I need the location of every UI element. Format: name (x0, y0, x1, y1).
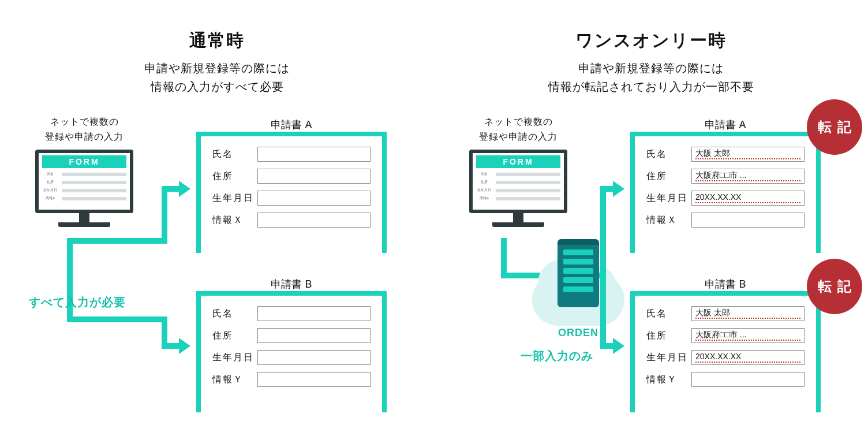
monitor-caption-l2: 登録や申請の入力 (479, 132, 558, 141)
field-label: 氏名 (646, 308, 691, 320)
field-label: 情報Ｙ (212, 374, 257, 386)
field-label: 生年月日 (646, 192, 691, 204)
form-a-title: 申請書 A (635, 118, 816, 132)
sub-line2: 情報が転記されており入力が一部不要 (548, 80, 754, 93)
field-input[interactable] (257, 372, 371, 387)
field-value: 20XX.XX.XX (695, 352, 800, 360)
field-input[interactable] (257, 350, 371, 365)
flow-line (162, 343, 180, 349)
field-label: 住所 (212, 330, 257, 342)
monitor-caption-l1: ネットで複数の (484, 117, 553, 126)
field-label: 氏名 (646, 148, 691, 161)
field-label: 住所 (646, 170, 691, 183)
server-label: ORDEN (532, 327, 624, 339)
field-input[interactable]: 20XX.XX.XX (691, 191, 805, 206)
monitor-caption: ネットで複数の 登録や申請の入力 (455, 114, 582, 144)
field-input[interactable]: 大阪府□□市 ... (691, 169, 805, 184)
monitor-caption-l1: ネットで複数の (50, 117, 119, 126)
form-a-title: 申請書 A (201, 118, 382, 132)
flow-line (600, 186, 606, 278)
subheading-onceonly: 申請や新規登録等の際には 情報が転記されており入力が一部不要 (434, 59, 868, 96)
field-input[interactable]: 大阪 太郎 (691, 147, 805, 162)
mini-label: 生年月日 (42, 188, 58, 193)
field-input[interactable]: 大阪府□□市 ... (691, 328, 805, 343)
field-value: 大阪 太郎 (695, 149, 800, 157)
mini-label: 氏名 (42, 172, 58, 177)
field-input[interactable] (257, 306, 371, 321)
panel-onceonly: ワンスオンリー時 申請や新規登録等の際には 情報が転記されており入力が一部不要 … (434, 0, 868, 432)
field-input[interactable] (257, 191, 371, 206)
field-input[interactable] (257, 169, 371, 184)
form-a-right: 申請書 A 氏名大阪 太郎 住所大阪府□□市 ... 生年月日20XX.XX.X… (630, 132, 821, 253)
mini-label: 住所 (42, 180, 58, 185)
badge-transcribe-b: 転記 (807, 259, 862, 314)
field-value: 20XX.XX.XX (695, 193, 800, 201)
field-label: 住所 (646, 330, 691, 342)
field-input[interactable] (691, 372, 805, 387)
field-value: 大阪府□□市 ... (695, 330, 800, 338)
field-label: 情報Ｘ (646, 214, 691, 226)
panel-normal: 通常時 申請や新規登録等の際には 情報の入力がすべて必要 ネットで複数の 登録や… (0, 0, 434, 432)
monitor-block-left: ネットで複数の 登録や申請の入力 FORM 氏名 住所 生年月日 情報A (21, 114, 148, 227)
monitor-banner: FORM (476, 155, 560, 168)
server-icon (558, 241, 599, 307)
field-label: 住所 (212, 170, 257, 183)
monitor-icon: FORM 氏名 住所 生年月日 情報A (35, 150, 133, 227)
field-label: 生年月日 (212, 352, 257, 364)
mini-label: 生年月日 (476, 188, 492, 193)
field-label: 氏名 (212, 308, 257, 320)
field-value: 大阪 太郎 (695, 308, 800, 316)
mini-label: 情報A (476, 196, 492, 201)
field-input[interactable] (257, 147, 371, 162)
field-input[interactable] (691, 213, 805, 228)
field-label: 氏名 (212, 148, 257, 161)
flow-line (162, 186, 180, 192)
subheading-normal: 申請や新規登録等の際には 情報の入力がすべて必要 (0, 59, 434, 96)
heading-normal: 通常時 (0, 29, 434, 53)
flow-line (162, 186, 167, 244)
form-b-left: 申請書 B 氏名 住所 生年月日 情報Ｙ (196, 291, 387, 412)
monitor-banner: FORM (42, 155, 126, 168)
arrowhead-icon (179, 181, 190, 197)
form-a-left: 申請書 A 氏名 住所 生年月日 情報Ｘ (196, 132, 387, 253)
monitor-caption: ネットで複数の 登録や申請の入力 (21, 114, 148, 144)
field-label: 生年月日 (646, 352, 691, 364)
field-input[interactable]: 20XX.XX.XX (691, 350, 805, 365)
badge-transcribe-a: 転記 (807, 99, 862, 155)
field-label: 情報Ｙ (646, 374, 691, 386)
sub-line2: 情報の入力がすべて必要 (151, 80, 284, 93)
mini-label: 住所 (476, 180, 492, 185)
sub-line1: 申請や新規登録等の際には (144, 62, 290, 75)
heading-onceonly: ワンスオンリー時 (434, 29, 868, 53)
flow-line (600, 186, 614, 192)
monitor-icon: FORM 氏名 住所 生年月日 情報A (469, 150, 567, 227)
arrowhead-icon (613, 338, 624, 354)
arrowhead-icon (179, 338, 190, 354)
mini-label: 情報A (42, 196, 58, 201)
emphasis-right: 一部入力のみ (521, 348, 593, 364)
emphasis-left: すべて入力が必要 (29, 295, 126, 310)
orden-server: ORDEN (532, 241, 624, 339)
form-b-title: 申請書 B (201, 277, 382, 291)
monitor-block-right: ネットで複数の 登録や申請の入力 FORM 氏名 住所 生年月日 情報A (455, 114, 582, 227)
sub-line1: 申請や新規登録等の際には (578, 62, 724, 75)
field-label: 情報Ｘ (212, 214, 257, 226)
arrowhead-icon (613, 181, 624, 197)
field-input[interactable] (257, 328, 371, 343)
flow-line (67, 238, 167, 244)
flow-line (67, 316, 167, 322)
field-input[interactable] (257, 213, 371, 228)
form-b-title: 申請書 B (635, 277, 816, 291)
flow-line (600, 343, 614, 349)
mini-label: 氏名 (476, 172, 492, 177)
field-value: 大阪府□□市 ... (695, 171, 800, 179)
field-label: 生年月日 (212, 192, 257, 204)
monitor-caption-l2: 登録や申請の入力 (45, 132, 124, 141)
field-input[interactable]: 大阪 太郎 (691, 306, 805, 321)
form-b-right: 申請書 B 氏名大阪 太郎 住所大阪府□□市 ... 生年月日20XX.XX.X… (630, 291, 821, 412)
